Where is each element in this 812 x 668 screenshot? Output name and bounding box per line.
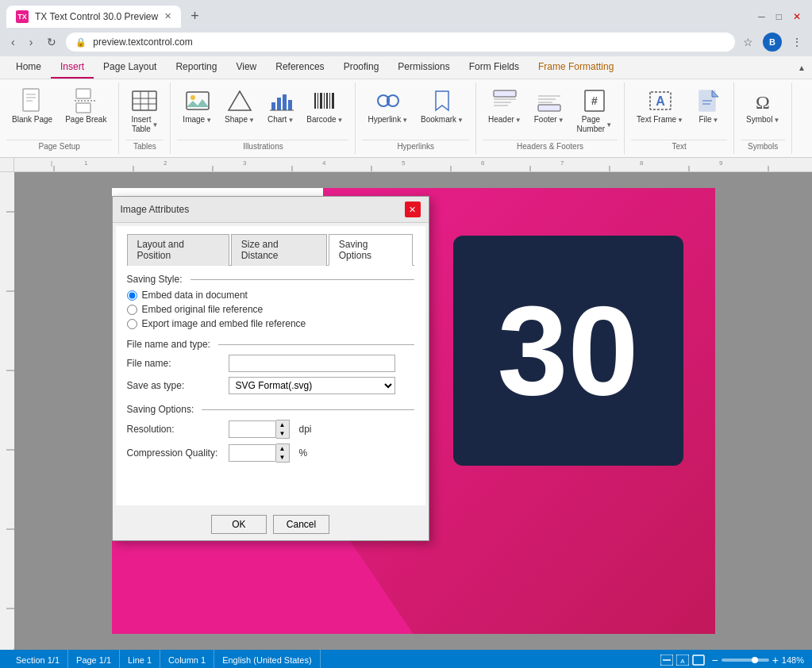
header-button[interactable]: Header ▼ — [483, 84, 527, 129]
ruler-corner — [0, 158, 14, 172]
resolution-spinner-buttons: ▲ ▼ — [276, 420, 290, 439]
tab-form-fields[interactable]: Form Fields — [460, 56, 529, 79]
tab-size-distance[interactable]: Size and Distance — [231, 234, 327, 266]
status-column: Column 1 — [160, 650, 214, 668]
page-number-button[interactable]: # PageNumber ▼ — [571, 84, 618, 138]
tab-reporting[interactable]: Reporting — [166, 56, 226, 79]
ribbon-group-headers-footers-label: Headers & Footers — [483, 140, 618, 152]
tab-saving-options[interactable]: Saving Options — [329, 234, 413, 266]
svg-rect-0 — [23, 89, 39, 111]
blank-page-button[interactable]: Blank Page — [6, 84, 58, 129]
insert-table-arrow: ▼ — [152, 121, 158, 129]
language-icon: A — [676, 655, 689, 666]
chart-arrow: ▼ — [287, 117, 294, 124]
dialog-title-bar: Image Attributes ✕ — [113, 197, 429, 223]
image-arrow: ▼ — [206, 117, 212, 124]
tab-close-button[interactable]: ✕ — [164, 11, 171, 21]
status-section: Section 1/1 — [8, 650, 68, 668]
tab-view[interactable]: View — [226, 56, 266, 79]
resolution-down-button[interactable]: ▼ — [276, 429, 289, 438]
bookmark-star-button[interactable]: ☆ — [740, 33, 756, 52]
tab-page-layout[interactable]: Page Layout — [94, 56, 166, 79]
forward-button[interactable]: › — [25, 33, 38, 52]
hyperlink-arrow: ▼ — [402, 117, 408, 124]
tab-home[interactable]: Home — [6, 56, 51, 79]
export-image-radio[interactable] — [127, 319, 137, 329]
dialog-tabs: Layout and Position Size and Distance Sa… — [127, 234, 414, 266]
hyperlink-label: Hyperlink — [368, 115, 401, 125]
horizontal-ruler: | 1 2 3 4 5 6 7 8 9 — [14, 158, 812, 172]
browser-tab[interactable]: TX TX Text Control 30.0 Preview ✕ — [6, 6, 181, 28]
embed-original-radio[interactable] — [127, 305, 137, 315]
dialog-close-button[interactable]: ✕ — [405, 202, 421, 217]
compression-input[interactable]: 100 — [229, 444, 276, 462]
compression-label: Compression Quality: — [127, 447, 222, 459]
close-window-button[interactable]: ✕ — [788, 8, 806, 25]
text-frame-button[interactable]: A Text Frame ▼ — [631, 84, 689, 129]
zoom-minus-button[interactable]: − — [711, 654, 718, 666]
ribbon-group-hyperlinks-items: Hyperlink ▼ Bookmark ▼ — [362, 84, 469, 138]
embed-data-label: Embed data in document — [142, 290, 248, 301]
minimize-button[interactable]: ─ — [753, 8, 770, 25]
shape-arrow: ▼ — [248, 117, 255, 124]
cancel-button[interactable]: Cancel — [273, 515, 329, 534]
save-as-type-select[interactable]: SVG Format(.svg) PNG Format(.png) JPEG F… — [229, 377, 395, 394]
footer-icon — [537, 88, 562, 113]
status-right-area: A − + 148% — [660, 654, 804, 666]
zoom-slider[interactable] — [722, 658, 769, 662]
save-as-type-row: Save as type: SVG Format(.svg) PNG Forma… — [127, 377, 414, 394]
bookmark-button[interactable]: Bookmark ▼ — [415, 84, 469, 129]
zoom-plus-button[interactable]: + — [772, 654, 779, 666]
refresh-button[interactable]: ↻ — [42, 33, 61, 52]
ribbon-group-symbols-items: Ω Symbol ▼ — [741, 84, 785, 138]
file-name-input[interactable] — [229, 355, 395, 372]
tab-permissions[interactable]: Permissions — [388, 56, 459, 79]
browser-nav-bar: ‹ › ↻ 🔒 preview.textcontrol.com ☆ B ⋮ — [0, 28, 812, 56]
resolution-up-button[interactable]: ▲ — [276, 420, 289, 429]
ribbon-collapse-button[interactable]: ▲ — [795, 60, 809, 75]
shape-button[interactable]: Shape ▼ — [219, 84, 260, 129]
header-arrow: ▼ — [515, 117, 521, 124]
tab-layout-position[interactable]: Layout and Position — [127, 234, 229, 266]
svg-text:7: 7 — [560, 159, 564, 167]
tab-frame-formatting[interactable]: Frame Formatting — [529, 56, 623, 79]
compression-up-button[interactable]: ▲ — [276, 444, 289, 453]
ribbon-group-tables-label: Tables — [125, 140, 164, 152]
footer-button[interactable]: Footer ▼ — [529, 84, 570, 129]
symbol-button[interactable]: Ω Symbol ▼ — [741, 84, 785, 129]
address-bar[interactable]: 🔒 preview.textcontrol.com — [66, 33, 735, 52]
svg-rect-17 — [283, 94, 287, 110]
ribbon-group-illustrations-items: Image ▼ Shape ▼ — [177, 84, 348, 138]
profile-button[interactable]: B — [763, 33, 782, 52]
maximize-button[interactable]: □ — [772, 8, 787, 25]
svg-text:|: | — [51, 159, 52, 167]
hyperlink-button[interactable]: Hyperlink ▼ — [362, 84, 414, 129]
barcode-button[interactable]: Barcode ▼ — [301, 84, 348, 129]
tab-proofing[interactable]: Proofing — [334, 56, 389, 79]
file-name-label: File name: — [127, 358, 222, 369]
compression-unit: % — [299, 447, 308, 459]
svg-rect-25 — [329, 93, 330, 109]
file-arrow: ▼ — [713, 117, 719, 124]
chart-button[interactable]: Chart ▼ — [262, 84, 299, 129]
file-button[interactable]: File ▼ — [691, 84, 727, 129]
file-name-line — [218, 344, 414, 345]
menu-button[interactable]: ⋮ — [788, 33, 806, 52]
back-button[interactable]: ‹ — [6, 33, 20, 52]
insert-table-button[interactable]: InsertTable ▼ — [125, 84, 164, 138]
compression-down-button[interactable]: ▼ — [276, 453, 289, 462]
resolution-input[interactable]: 96 — [229, 420, 276, 438]
tab-references[interactable]: References — [266, 56, 333, 79]
embed-data-radio[interactable] — [127, 290, 137, 301]
status-page-text: Page 1/1 — [76, 655, 111, 665]
page-break-button[interactable]: Page Break — [60, 84, 112, 129]
svg-rect-16 — [277, 98, 281, 110]
image-button[interactable]: Image ▼ — [177, 84, 217, 129]
new-tab-button[interactable]: + — [184, 5, 206, 28]
ok-button[interactable]: OK — [211, 515, 267, 534]
status-language-text: English (United States) — [222, 655, 312, 665]
export-image-radio-row: Export image and embed file reference — [127, 318, 414, 329]
svg-text:6: 6 — [481, 159, 485, 167]
tab-insert[interactable]: Insert — [51, 56, 94, 79]
saving-style-section: Saving Style: — [127, 274, 414, 285]
